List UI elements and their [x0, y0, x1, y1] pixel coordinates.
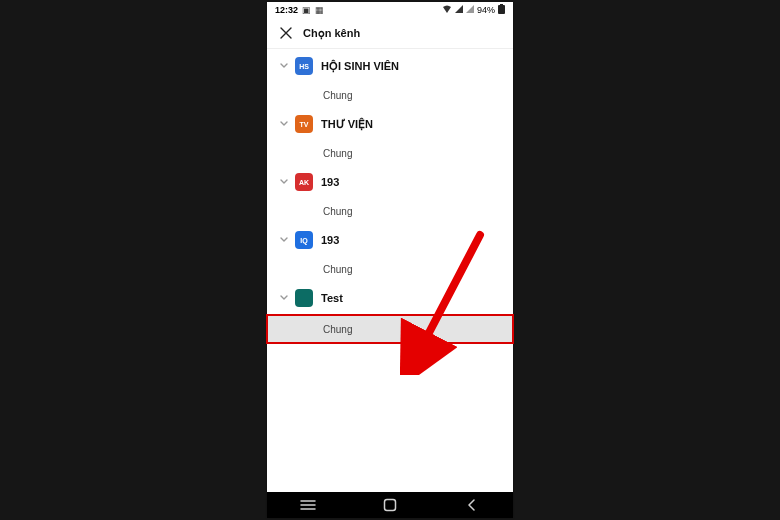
- group-row[interactable]: HSHỘI SINH VIÊN: [267, 49, 513, 83]
- group-avatar: IQ: [295, 231, 313, 249]
- page-title: Chọn kênh: [303, 27, 360, 40]
- group-name: 193: [321, 234, 339, 246]
- svg-rect-1: [500, 4, 503, 5]
- group-name: Test: [321, 292, 343, 304]
- channel-row[interactable]: Chung: [267, 83, 513, 107]
- channel-row[interactable]: Chung: [267, 199, 513, 223]
- chevron-down-icon: [277, 234, 291, 246]
- channel-label: Chung: [323, 90, 352, 101]
- signal-icon: [455, 5, 463, 15]
- group-row[interactable]: AK193: [267, 165, 513, 199]
- svg-rect-2: [385, 500, 396, 511]
- svg-rect-0: [498, 5, 505, 14]
- wifi-icon: [442, 5, 452, 16]
- status-app-icon-2: ▦: [315, 6, 324, 15]
- recent-apps-button[interactable]: [288, 499, 328, 511]
- group-name: THƯ VIỆN: [321, 118, 373, 131]
- group-avatar: AK: [295, 173, 313, 191]
- group-row[interactable]: TVTHƯ VIỆN: [267, 107, 513, 141]
- channel-row[interactable]: Chung: [267, 257, 513, 281]
- channel-label: Chung: [323, 324, 352, 335]
- channel-label: Chung: [323, 206, 352, 217]
- group-avatar: TV: [295, 115, 313, 133]
- android-nav-bar: [267, 492, 513, 518]
- home-button[interactable]: [370, 498, 410, 512]
- status-app-icon: ▣: [302, 6, 311, 15]
- channel-label: Chung: [323, 148, 352, 159]
- battery-icon: [498, 4, 505, 16]
- header: Chọn kênh: [267, 18, 513, 49]
- group-avatar: HS: [295, 57, 313, 75]
- chevron-down-icon: [277, 60, 291, 72]
- back-button[interactable]: [452, 499, 492, 511]
- signal-icon-2: [466, 5, 474, 15]
- status-bar: 12:32 ▣ ▦ 94%: [267, 2, 513, 18]
- battery-text: 94%: [477, 5, 495, 15]
- group-row[interactable]: Test: [267, 281, 513, 315]
- group-row[interactable]: IQ193: [267, 223, 513, 257]
- channel-row[interactable]: Chung: [267, 141, 513, 165]
- status-time: 12:32: [275, 5, 298, 15]
- group-name: HỘI SINH VIÊN: [321, 60, 399, 73]
- channel-label: Chung: [323, 264, 352, 275]
- chevron-down-icon: [277, 292, 291, 304]
- channel-list: HSHỘI SINH VIÊNChungTVTHƯ VIỆNChungAK193…: [267, 49, 513, 343]
- channel-row[interactable]: Chung: [267, 315, 513, 343]
- group-avatar: [295, 289, 313, 307]
- group-name: 193: [321, 176, 339, 188]
- close-icon[interactable]: [277, 24, 295, 42]
- phone-frame: 12:32 ▣ ▦ 94% Chọn kênh HSHỘI SINH VIÊNC…: [267, 2, 513, 518]
- chevron-down-icon: [277, 118, 291, 130]
- chevron-down-icon: [277, 176, 291, 188]
